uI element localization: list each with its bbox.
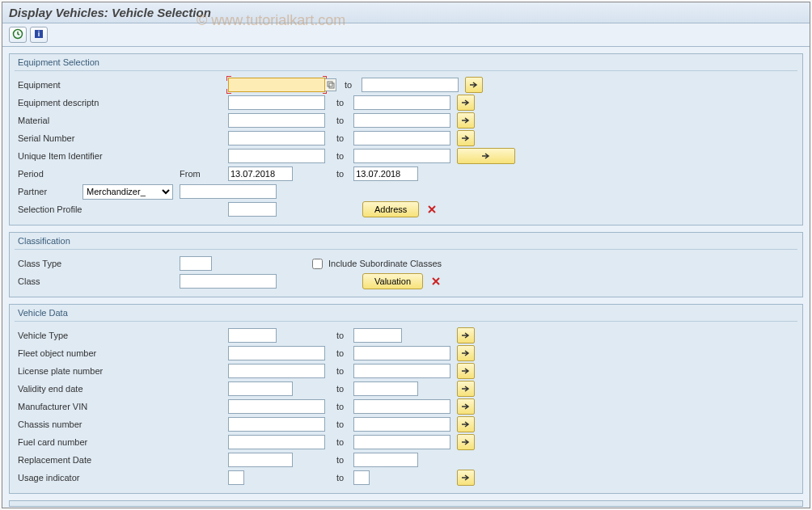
multiple-selection-button[interactable] xyxy=(457,327,475,344)
label-replace: Replacement Date xyxy=(18,455,180,465)
equipment-from-cell xyxy=(228,78,325,92)
label-usage: Usage indicator xyxy=(18,473,180,483)
class-input[interactable] xyxy=(180,274,277,289)
address-button[interactable]: Address xyxy=(362,201,419,217)
material-from-input[interactable] xyxy=(228,113,325,128)
validity-from-input[interactable] xyxy=(228,381,293,396)
svg-rect-4 xyxy=(329,83,334,88)
row-validity: Validity end date to xyxy=(18,380,794,398)
multiple-selection-button[interactable] xyxy=(457,363,475,379)
clock-icon xyxy=(12,28,23,41)
vin-to-input[interactable] xyxy=(353,399,450,414)
execute-button[interactable] xyxy=(9,27,27,43)
plate-to-input[interactable] xyxy=(353,364,450,378)
delete-address-button[interactable] xyxy=(425,203,438,216)
chassis-to-input[interactable] xyxy=(353,417,450,432)
arrow-right-icon xyxy=(461,349,471,357)
label-equipment-descriptn: Equipment descriptn xyxy=(18,98,180,107)
uii-from-input[interactable] xyxy=(228,149,325,163)
label-include-subordinate: Include Subordinate Classes xyxy=(328,259,442,268)
to-text: to xyxy=(336,151,344,161)
serial-from-input[interactable] xyxy=(228,131,325,145)
to-text: to xyxy=(336,419,344,429)
group-title-equipment: Equipment Selection xyxy=(10,54,802,69)
replace-from-input[interactable] xyxy=(228,453,293,467)
row-class: Class Valuation xyxy=(18,272,794,290)
row-plate: License plate number to xyxy=(18,362,794,380)
chassis-from-input[interactable] xyxy=(228,417,325,432)
multiple-selection-button[interactable] xyxy=(465,77,483,93)
to-text: to xyxy=(336,402,344,411)
equipdesc-to-input[interactable] xyxy=(353,95,450,110)
class-type-input[interactable] xyxy=(180,256,212,271)
vehicle-data-group: Vehicle Data Vehicle Type to Fleet objec… xyxy=(9,304,803,494)
label-chassis: Chassis number xyxy=(18,419,180,429)
vin-from-input[interactable] xyxy=(228,399,325,414)
fuel-from-input[interactable] xyxy=(228,435,325,449)
multiple-selection-button[interactable] xyxy=(457,95,475,111)
multiple-selection-button[interactable] xyxy=(457,398,475,415)
multiple-selection-button[interactable] xyxy=(457,345,475,361)
classification-group: Classification Class Type Include Subord… xyxy=(9,232,803,297)
selection-profile-input[interactable] xyxy=(228,202,277,217)
to-text: to xyxy=(336,331,344,340)
label-uii: Unique Item Identifier xyxy=(18,151,180,161)
equipment-from-input[interactable] xyxy=(228,78,325,92)
multiple-selection-button[interactable] xyxy=(457,416,475,432)
fuel-to-input[interactable] xyxy=(353,435,450,449)
multiple-selection-button[interactable] xyxy=(457,112,475,129)
row-vin: Manufacturer VIN to xyxy=(18,398,794,415)
arrow-right-icon xyxy=(461,116,471,124)
group-title-vehicle-data: Vehicle Data xyxy=(10,305,802,319)
material-to-input[interactable] xyxy=(353,113,450,128)
plate-from-input[interactable] xyxy=(228,364,325,378)
include-subordinate-checkbox[interactable] xyxy=(312,259,323,269)
title-bar: Display Vehicles: Vehicle Selection xyxy=(2,2,810,23)
page-title: Display Vehicles: Vehicle Selection xyxy=(9,6,803,19)
label-class: Class xyxy=(18,276,180,286)
row-fleet: Fleet object number to xyxy=(18,344,794,362)
partner-select[interactable]: Merchandizer_ xyxy=(82,184,173,200)
period-to-input[interactable] xyxy=(353,166,418,181)
next-group-header xyxy=(9,500,803,507)
multiple-selection-button[interactable] xyxy=(457,381,475,397)
row-equipment: Equipment to xyxy=(18,76,794,94)
period-from-input[interactable] xyxy=(228,166,293,181)
multiple-selection-button[interactable] xyxy=(457,148,515,164)
multiple-selection-button[interactable] xyxy=(457,130,475,146)
group-title-classification: Classification xyxy=(10,233,802,247)
validity-to-input[interactable] xyxy=(353,381,418,396)
serial-to-input[interactable] xyxy=(353,131,450,145)
to-text: to xyxy=(336,116,344,125)
usage-to-input[interactable] xyxy=(353,470,370,485)
arrow-right-icon xyxy=(481,152,491,160)
fleet-to-input[interactable] xyxy=(353,346,450,360)
label-plate: License plate number xyxy=(18,366,180,376)
delete-valuation-button[interactable] xyxy=(429,275,442,288)
close-icon xyxy=(427,204,437,214)
label-validity: Validity end date xyxy=(18,384,180,394)
label-equipment: Equipment xyxy=(18,80,180,90)
valuation-button[interactable]: Valuation xyxy=(362,273,423,289)
partner-input[interactable] xyxy=(180,184,277,199)
vehicle-type-to-input[interactable] xyxy=(353,328,402,343)
info-icon: i xyxy=(34,29,44,40)
usage-from-input[interactable] xyxy=(228,470,244,485)
arrow-right-icon xyxy=(461,438,471,446)
arrow-right-icon xyxy=(461,99,471,107)
equipdesc-from-input[interactable] xyxy=(228,95,325,110)
label-selection-profile: Selection Profile xyxy=(18,204,180,214)
value-help-button[interactable] xyxy=(325,78,336,91)
multiple-selection-button[interactable] xyxy=(457,434,475,450)
multiple-selection-button[interactable] xyxy=(457,470,475,486)
arrow-right-icon xyxy=(461,385,471,393)
equipment-to-input[interactable] xyxy=(362,78,459,92)
label-partner: Partner xyxy=(18,187,82,196)
fleet-from-input[interactable] xyxy=(228,346,325,360)
vehicle-type-from-input[interactable] xyxy=(228,328,277,343)
row-material: Material to xyxy=(18,112,794,129)
info-button[interactable]: i xyxy=(30,27,48,43)
replace-to-input[interactable] xyxy=(353,453,418,467)
uii-to-input[interactable] xyxy=(353,149,450,163)
to-text: to xyxy=(336,366,344,376)
